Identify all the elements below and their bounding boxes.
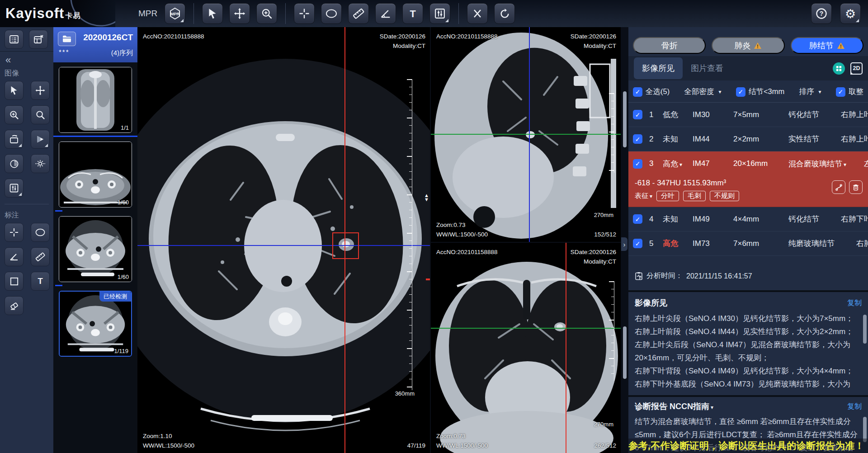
rail-ruler-button[interactable] bbox=[31, 247, 50, 266]
sagittal-zoom-info: Zoom:0.73 WW/WL:1500/-500 bbox=[436, 220, 488, 239]
report-chat-icon[interactable] bbox=[833, 62, 845, 75]
rail-pan-button[interactable] bbox=[31, 81, 50, 100]
pill-lung-nodule-label: 肺结节 bbox=[809, 40, 834, 51]
coronal-crosshair-horizontal[interactable] bbox=[431, 328, 621, 329]
findings-text: 右肺上叶尖段（SeNO.4 IM30）见钙化结节影，大小为7×5mm； 右肺上叶… bbox=[628, 312, 862, 394]
checkbox-icon[interactable]: ✓ bbox=[633, 87, 642, 97]
series-thumbnail-scout[interactable]: 1/1 bbox=[59, 67, 132, 133]
coronal-viewport[interactable]: 270mm AccNO:202101158888 SDate:20200126 … bbox=[431, 243, 621, 453]
help-button[interactable]: ? bbox=[811, 3, 832, 24]
nodule-image-no: IM30 bbox=[693, 110, 733, 119]
row-checkbox[interactable]: ✓ bbox=[633, 134, 642, 144]
feature-tag[interactable]: 毛刺 bbox=[683, 191, 706, 201]
series-list-button[interactable] bbox=[5, 30, 24, 49]
angle-icon bbox=[379, 7, 392, 20]
series-thumbnail-axial-current[interactable]: 已经检测 1/119 bbox=[59, 291, 132, 357]
axial-crosshair-horizontal[interactable] bbox=[137, 245, 430, 246]
ruler-tool-button[interactable] bbox=[348, 3, 369, 24]
sort-dropdown[interactable]: 排序▾ bbox=[799, 87, 821, 97]
delete-nodule-button[interactable] bbox=[849, 180, 863, 194]
axial-viewport[interactable]: 360mm ▲▼ AccNO:202101158888 SDate:202001… bbox=[137, 27, 430, 453]
panel-expander-button[interactable]: › bbox=[621, 237, 627, 251]
checkbox-icon[interactable]: ✓ bbox=[736, 87, 745, 97]
rail-text-button[interactable]: T bbox=[31, 272, 50, 291]
round-checkbox[interactable]: ✓取整 bbox=[836, 87, 863, 97]
pill-pneumonia[interactable]: 肺炎 bbox=[712, 37, 784, 54]
mpr-mode-button[interactable]: MPR bbox=[165, 3, 185, 24]
ellipse-tool-button[interactable] bbox=[321, 3, 342, 24]
density-dropdown[interactable]: 全部密度▾ bbox=[684, 87, 722, 97]
reset-rotate-button[interactable] bbox=[494, 3, 515, 24]
pointer-tool-button[interactable] bbox=[202, 3, 223, 24]
pill-lung-nodule[interactable]: 肺结节 bbox=[791, 37, 863, 54]
feature-tag[interactable]: 不规则 bbox=[710, 191, 739, 201]
finding-line: 右肺下叶背段（SeNO.4 IM49）见钙化结节影，大小为4×4mm； bbox=[635, 364, 859, 378]
report-copy-button[interactable]: 复制 bbox=[847, 402, 862, 411]
row-checkbox[interactable]: ✓ bbox=[633, 214, 642, 224]
nodule-type: 实性结节 bbox=[788, 134, 819, 144]
levels-icon bbox=[434, 7, 446, 20]
series-header[interactable]: 20200126CT *** (4)序列 bbox=[53, 27, 137, 62]
row-checkbox[interactable]: ✓ bbox=[633, 239, 642, 248]
nodule-risk-dropdown[interactable]: 高危▾ bbox=[663, 159, 693, 169]
small-nodule-checkbox[interactable]: ✓结节<3mm bbox=[736, 87, 784, 97]
series-count: (4)序列 bbox=[111, 49, 133, 57]
angle-tool-button[interactable] bbox=[375, 3, 396, 24]
feature-tag[interactable]: 分叶 bbox=[656, 191, 679, 201]
coronal-crosshair-vertical[interactable] bbox=[566, 243, 566, 453]
nodule-row-1[interactable]: ✓ 1 低危 IM30 7×5mm 钙化结节 右肺上叶 bbox=[628, 103, 868, 127]
2d-view-icon[interactable]: 2D bbox=[850, 62, 863, 75]
rail-rectangle-button[interactable] bbox=[5, 272, 24, 291]
feature-dropdown[interactable]: 表征▾ bbox=[635, 192, 652, 200]
sagittal-viewport[interactable]: 270mm AccNO:202101158888 SDate:20200126 … bbox=[431, 27, 621, 242]
text-tool-button[interactable]: T bbox=[402, 3, 423, 24]
series-thumbnail-axial-1[interactable]: 1/60 bbox=[59, 142, 132, 208]
findings-copy-button[interactable]: 复制 bbox=[847, 298, 862, 308]
rail-angle-button[interactable] bbox=[5, 247, 24, 266]
axial-stack-scroll-handle[interactable]: ▲▼ bbox=[424, 193, 429, 202]
findings-scrollbar-thumb[interactable] bbox=[863, 315, 867, 344]
tab-findings[interactable]: 影像所见 bbox=[634, 57, 683, 79]
delete-annotation-button[interactable] bbox=[467, 3, 488, 24]
rail-ellipse-button[interactable] bbox=[31, 223, 50, 242]
rail-crosshair-button[interactable] bbox=[5, 223, 24, 242]
nodule-risk: 高危 bbox=[663, 238, 693, 249]
rail-window-level-button[interactable] bbox=[5, 179, 24, 198]
rail-brightness-button[interactable] bbox=[31, 154, 50, 173]
folder-icon[interactable] bbox=[58, 32, 76, 46]
row-checkbox[interactable]: ✓ bbox=[633, 159, 642, 169]
rail-zoom-in-button[interactable] bbox=[5, 105, 24, 124]
rail-pointer-button[interactable] bbox=[5, 81, 24, 100]
nodule-type-dropdown[interactable]: 混合磨玻璃结节▾ bbox=[788, 159, 846, 169]
rail-rotate-button[interactable] bbox=[5, 130, 24, 149]
pill-fracture[interactable]: 骨折 bbox=[633, 37, 706, 54]
nodule-row-3-selected[interactable]: ✓ 3 高危▾ IM47 20×16mm 混合磨玻璃结节▾ 左肺上叶▾ bbox=[628, 151, 868, 176]
followup-curve-button[interactable] bbox=[832, 180, 845, 194]
settings-button[interactable]: ⚙ bbox=[840, 3, 861, 24]
rail-magnify-button[interactable] bbox=[31, 105, 50, 124]
nodule-row-2[interactable]: ✓ 2 未知 IM44 2×2mm 实性结节 右肺上叶 bbox=[628, 127, 868, 151]
row-checkbox[interactable]: ✓ bbox=[633, 110, 642, 119]
sagittal-crosshair-horizontal[interactable] bbox=[431, 134, 621, 135]
collapse-rail-button[interactable]: « bbox=[0, 52, 14, 66]
nodule-roi-box[interactable] bbox=[332, 232, 359, 259]
crosshair-tool-button[interactable] bbox=[294, 3, 315, 24]
nodule-row-4[interactable]: ✓ 4 未知 IM49 4×4mm 钙化结节 右肺下叶 bbox=[628, 207, 868, 231]
crosshair-icon bbox=[298, 7, 311, 20]
close-layout-button[interactable] bbox=[29, 30, 48, 49]
select-all-checkbox[interactable]: ✓全选(5) bbox=[633, 87, 670, 97]
rail-invert-button[interactable] bbox=[5, 154, 24, 173]
pan-tool-button[interactable] bbox=[229, 3, 250, 24]
coronal-scrollbar-thumb[interactable] bbox=[623, 326, 627, 379]
series-thumbnail-axial-2[interactable]: 1/60 bbox=[59, 216, 132, 282]
sagittal-scrollbar-thumb[interactable] bbox=[623, 91, 627, 147]
window-level-button[interactable] bbox=[429, 3, 450, 24]
rail-flip-button[interactable] bbox=[31, 130, 50, 149]
zoom-tool-button[interactable] bbox=[256, 3, 277, 24]
nodule-location-dropdown[interactable]: 左肺上叶▾ bbox=[846, 159, 868, 169]
tab-image-view[interactable]: 图片查看 bbox=[683, 57, 731, 79]
nodule-row-5[interactable]: ✓ 5 高危 IM73 7×6mm 纯磨玻璃结节 右肺下叶 bbox=[628, 231, 868, 256]
checkbox-icon[interactable]: ✓ bbox=[836, 87, 845, 97]
pill-pneumonia-label: 肺炎 bbox=[734, 40, 750, 51]
rail-eraser-button[interactable] bbox=[5, 296, 24, 315]
